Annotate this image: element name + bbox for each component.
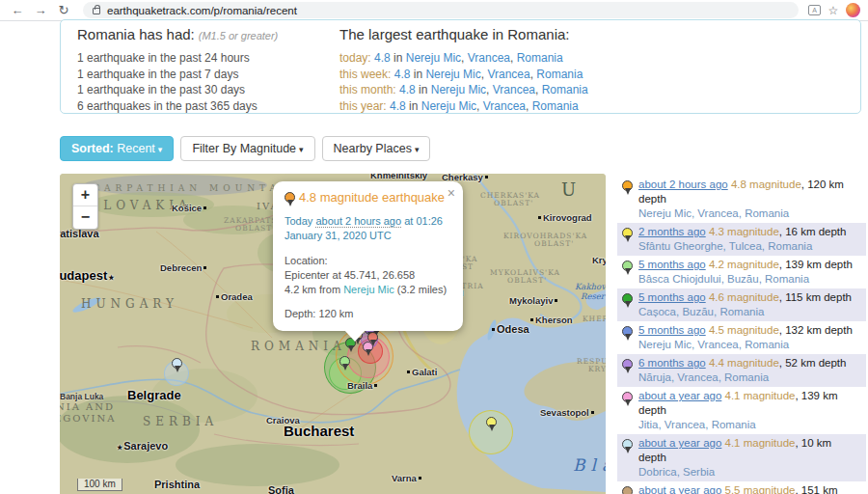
quake-pin-icon: [622, 439, 633, 450]
quake-time-link[interactable]: about a year ago: [638, 390, 721, 401]
place-link[interactable]: Vrancea: [483, 99, 526, 113]
magnitude-link[interactable]: 4.8: [390, 99, 406, 113]
earthquake-map[interactable]: CARPATHIAN MOUNTAINSSLOVAKIAKošiceIVAZAK…: [60, 174, 606, 494]
quake-pin-icon: [622, 359, 633, 370]
country-summary: Romania has had:(M1.5 or greater) 1 eart…: [77, 26, 278, 114]
place-link[interactable]: Romania: [517, 51, 563, 65]
sort-dropdown-button[interactable]: Sorted: Recent▾: [60, 136, 174, 161]
quake-time-link[interactable]: about a year ago: [638, 484, 721, 494]
quake-magnitude: 4.1 magnitude: [725, 437, 796, 449]
translate-icon[interactable]: A: [808, 5, 821, 15]
quake-location-link[interactable]: Jitia, Vrancea, Romania: [638, 418, 862, 432]
place-link[interactable]: Romania: [542, 83, 588, 96]
forward-button[interactable]: →: [31, 1, 50, 20]
map-pin-lightgreen[interactable]: [339, 356, 350, 367]
largest-row-label: this month:: [339, 83, 399, 96]
popup-date-pre: Today: [285, 215, 315, 227]
quake-location-link[interactable]: Sfântu Gheorghe, Tulcea, Romania: [638, 239, 862, 254]
quake-pin-icon: [622, 261, 633, 271]
map-pin-pink[interactable]: [363, 342, 373, 352]
quake-list-item[interactable]: about 2 hours ago 4.8 magnitude, 120 km …: [617, 176, 866, 223]
place-link[interactable]: Vrancea: [468, 51, 510, 65]
quake-time-link[interactable]: 5 months ago: [638, 324, 706, 336]
popup-time-ago-link[interactable]: about 2 hours ago: [315, 215, 401, 228]
summary-stat: 1 earthquake in the past 7 days: [77, 67, 278, 83]
quake-list-item[interactable]: 5 months ago 4.5 magnitude, 132 km depth…: [617, 321, 866, 354]
quake-location-link[interactable]: Nereju Mic, Vrancea, Romania: [638, 206, 862, 221]
quake-pin-icon: [622, 293, 633, 304]
quake-location-link[interactable]: Dobrica, Serbia: [638, 465, 862, 480]
url-bar[interactable]: earthquaketrack.com/p/romania/recent: [83, 2, 799, 18]
back-button[interactable]: ←: [8, 1, 27, 20]
close-icon[interactable]: ×: [448, 185, 455, 201]
summary-subtitle: (M1.5 or greater): [199, 30, 279, 41]
zoom-in-button[interactable]: +: [73, 184, 97, 206]
quake-depth: 132 km depth: [785, 324, 853, 336]
largest-row-label: this year:: [339, 99, 390, 113]
summary-stat: 6 earthquakes in the past 365 days: [77, 98, 278, 115]
quake-location-link[interactable]: Năruja, Vrancea, Romania: [638, 370, 862, 385]
quake-time-link[interactable]: 5 months ago: [638, 259, 706, 270]
zoom-out-button[interactable]: −: [73, 206, 97, 229]
quake-location-link[interactable]: Cașoca, Buzău, Romania: [638, 305, 862, 319]
quake-magnitude: 4.5 magnitude: [709, 324, 779, 336]
quake-list-item[interactable]: 2 months ago 4.3 magnitude, 16 km depthS…: [617, 223, 866, 256]
profile-avatar[interactable]: [846, 3, 860, 17]
summary-stats-list: 1 earthquake in the past 24 hours1 earth…: [77, 50, 278, 114]
reload-button[interactable]: ↻: [54, 1, 73, 20]
quake-list-item[interactable]: 5 months ago 4.2 magnitude, 139 km depth…: [617, 256, 866, 288]
nearby-places-button[interactable]: Nearby Places▾: [322, 136, 431, 161]
sort-value: Recent: [117, 142, 155, 155]
caret-down-icon: ▾: [299, 145, 304, 154]
popup-title: 4.8 magnitude earthquake: [285, 190, 451, 205]
quake-time-link[interactable]: 6 months ago: [638, 357, 706, 369]
quake-time-link[interactable]: 2 months ago: [638, 226, 706, 237]
quake-list-item[interactable]: about a year ago 4.1 magnitude, 10 km de…: [617, 434, 866, 481]
place-link[interactable]: Nereju Mic: [431, 83, 486, 96]
filter-toolbar: Sorted: Recent▾ Filter By Magnitude▾ Nea…: [60, 136, 430, 161]
filter-magnitude-button[interactable]: Filter By Magnitude▾: [180, 136, 314, 161]
magnitude-link[interactable]: 4.8: [374, 51, 391, 65]
largest-row: today: 4.8 in Nereju Mic, Vrancea, Roman…: [339, 50, 588, 67]
largest-rows: today: 4.8 in Nereju Mic, Vrancea, Roman…: [339, 50, 588, 114]
popup-distance-post: (3.2 miles): [394, 284, 447, 295]
quake-location-link[interactable]: Nereju Mic, Vrancea, Romania: [638, 338, 862, 352]
quake-magnitude: 4.6 magnitude: [709, 291, 779, 303]
quake-depth: 139 km depth: [785, 259, 853, 270]
browser-toolbar: ← → ↻ earthquaketrack.com/p/romania/rece…: [0, 0, 868, 21]
place-link[interactable]: Nereju Mic: [421, 99, 476, 113]
quake-list-item[interactable]: about a year ago 4.1 magnitude, 139 km d…: [617, 387, 866, 434]
place-link[interactable]: Romania: [536, 68, 583, 81]
place-link[interactable]: Nereju Mic: [406, 51, 461, 65]
place-link[interactable]: Vrancea: [493, 83, 535, 96]
quake-pin-icon: [622, 486, 633, 494]
map-pin-yellow[interactable]: [486, 417, 497, 427]
place-link[interactable]: Vrancea: [487, 68, 529, 81]
quake-list-item[interactable]: 5 months ago 4.6 magnitude, 115 km depth…: [617, 288, 866, 321]
popup-date-post: at 01:26: [401, 215, 443, 227]
map-zoom-control: + −: [72, 183, 98, 230]
magnitude-link[interactable]: 4.8: [399, 83, 416, 96]
quake-list-item[interactable]: 6 months ago 4.4 magnitude, 52 km depthN…: [617, 354, 866, 387]
quake-list-item[interactable]: about a year ago 5.5 magnitude, 151 km d…: [617, 481, 866, 494]
quake-depth: 16 km depth: [785, 226, 846, 237]
quake-magnitude: 4.8 magnitude: [731, 178, 801, 190]
popup-place-link[interactable]: Nereju Mic: [343, 284, 394, 295]
quake-time-link[interactable]: 5 months ago: [638, 291, 706, 303]
quake-time-link[interactable]: about a year ago: [638, 437, 721, 449]
summary-panel: Romania has had:(M1.5 or greater) 1 eart…: [60, 19, 861, 114]
magnitude-link[interactable]: 4.8: [394, 68, 411, 81]
largest-earthquake-panel: The largest earthquake in Romania: today…: [339, 26, 588, 114]
largest-title: The largest earthquake in Romania:: [339, 26, 569, 42]
quake-time-link[interactable]: about 2 hours ago: [638, 178, 728, 190]
caret-down-icon: ▾: [158, 145, 163, 154]
quake-depth: 52 km depth: [785, 357, 846, 369]
popup-epicenter: Epicenter at 45.741, 26.658: [285, 269, 415, 281]
map-pin-lightblue[interactable]: [172, 358, 182, 369]
quake-location-link[interactable]: Bâsca Chiojdului, Buzău, Romania: [638, 272, 862, 287]
bookmark-star-icon[interactable]: ☆: [825, 4, 842, 17]
quake-pin-icon: [622, 326, 633, 337]
largest-row-label: this week:: [339, 68, 394, 81]
place-link[interactable]: Nereju Mic: [425, 68, 480, 81]
place-link[interactable]: Romania: [532, 99, 579, 113]
